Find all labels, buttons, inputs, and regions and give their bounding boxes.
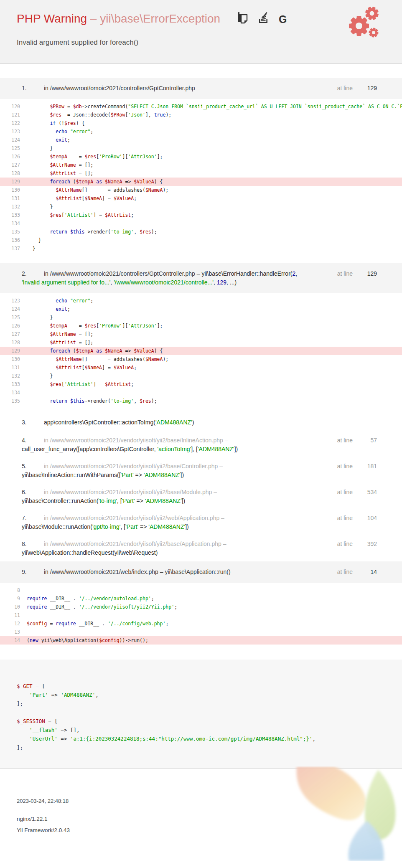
code-token: ; [131, 212, 134, 218]
code-token: return [50, 229, 67, 235]
code-token [17, 736, 29, 742]
code-token: 129 [217, 279, 226, 286]
code-token: "error" [70, 298, 90, 304]
line-number-gutter: 132 [0, 372, 27, 380]
line-number-gutter: 125 [0, 313, 27, 322]
code-line: 130 $AttrName[] = addslashes($NameA); [0, 355, 402, 363]
stack-frame-2[interactable]: 2.in /www/wwwroot/omoic2021/controllers/… [0, 263, 402, 293]
line-number-gutter: 128 [0, 338, 27, 347]
code-token: $ValueA [134, 348, 154, 354]
code-token: $AttrList [50, 340, 76, 345]
code-token: foreach [50, 348, 70, 354]
code-line: 132 } [0, 372, 402, 380]
code-token [27, 323, 50, 329]
frame-file-path: in /www/wwwroot/omoic2021/web/index.php … [44, 569, 231, 575]
line-number-gutter: 135 [0, 228, 27, 236]
code-token: } [27, 315, 53, 320]
code-token: true [154, 112, 166, 118]
line-number-gutter: 135 [0, 397, 27, 405]
line-number-gutter: 10 [0, 603, 27, 611]
at-line: at line104 [337, 514, 377, 523]
code-token: ) { [76, 120, 85, 126]
stack-frame-6[interactable]: 6.in /www/wwwroot/omoic2021/vendor/yiiso… [0, 484, 402, 510]
error-type: PHP Warning [17, 12, 87, 25]
code-token: 'ADM488ANZ' [198, 446, 234, 452]
frame-file-path: in /www/wwwroot/omoic2021/vendor/yiisoft… [44, 437, 228, 444]
code-token: ], [ [191, 446, 198, 452]
code-line: 10require __DIR__ . '/../vendor/yiisoft/… [0, 603, 402, 611]
code-token [27, 229, 50, 235]
code-token: __DIR__ . [47, 604, 79, 610]
code-token [27, 365, 56, 371]
code-line: 125 } [0, 313, 402, 322]
code-token: ]; [157, 154, 163, 160]
page-footer: 2023-03-24, 22:48:18 nginx/1.22.1Yii Fra… [0, 768, 402, 863]
error-line: 14(new yii\web\Application($config))->ru… [0, 636, 402, 645]
code-token [27, 331, 50, 337]
code-token: yii\web\Application( [38, 637, 99, 643]
at-line-label: at line [337, 85, 353, 91]
stack-frame-8[interactable]: 8.in /www/wwwroot/omoic2021/vendor/yiiso… [0, 536, 402, 561]
code-token: require [27, 604, 47, 610]
code-token: 'to-img' [99, 497, 117, 504]
code-block: 89require __DIR__ . '/../vendor/autoload… [0, 583, 402, 647]
code-token: 'a:1:{i:20230324224818;s:44:"http://www.… [70, 736, 312, 742]
line-number-gutter: 130 [0, 186, 27, 194]
code-token: ); [151, 229, 157, 235]
frame-index: 6. [22, 488, 44, 497]
stack-frame-3[interactable]: 3.app\controllers\GptController::actionT… [0, 413, 402, 432]
code-token: , ...) [226, 279, 237, 286]
code-token: $NameA [145, 356, 163, 362]
code-token [27, 212, 50, 218]
code-line: 12$config = require __DIR__ . '/../confi… [0, 619, 402, 628]
code-token: => [48, 692, 61, 698]
code-token: "SELECT C.Json FROM `snsii_product_cache… [128, 104, 402, 109]
google-icon[interactable]: G [279, 14, 287, 25]
code-token: = []; [76, 331, 94, 337]
code-token: ->createCommand( [82, 104, 128, 109]
code-token: => [135, 497, 145, 504]
stack-frame-7[interactable]: 7.in /www/wwwroot/omoic2021/vendor/yiiso… [0, 510, 402, 536]
code-token: $this [70, 398, 85, 404]
code-token: $NameA [85, 365, 102, 371]
code-token: $NameA [105, 179, 122, 185]
code-token: ( [27, 637, 30, 643]
code-line: 137 } [0, 244, 402, 253]
code-token: 'ProRow' [99, 323, 122, 329]
spacer [0, 256, 402, 263]
code-token [27, 137, 56, 143]
stack-frame-1[interactable]: 1.in /www/wwwroot/omoic2021/controllers/… [0, 78, 402, 99]
line-number: 534 [365, 488, 377, 497]
code-token: ]; [17, 700, 23, 707]
stack-frame-9[interactable]: 9.in /www/wwwroot/omoic2021/web/index.ph… [0, 561, 402, 583]
request-line: '__flash' => [], [17, 726, 385, 734]
code-token: 'ADM488ANZ' [148, 523, 185, 530]
line-number-gutter: 136 [0, 236, 27, 244]
copy-to-clipboard-icon[interactable] [237, 11, 248, 27]
frame-call: yii\base\Controller::runAction('to-img',… [22, 497, 185, 504]
stack-frame-5[interactable]: 5.in /www/wwwroot/omoic2021/vendor/yiiso… [0, 458, 402, 484]
stack-frame-4[interactable]: 4.in /www/wwwroot/omoic2021/vendor/yiiso… [0, 432, 402, 458]
code-token: [ [61, 212, 64, 218]
code-token: $res [50, 381, 61, 387]
frame-index: 8. [22, 540, 44, 548]
code-line: 131 $AttrList[$NameA] = $ValueA; [0, 363, 402, 372]
stackoverflow-icon[interactable] [258, 11, 269, 27]
error-page: PHP Warning – yii\base\ErrorException [0, 0, 402, 868]
code-token: $res [50, 212, 61, 218]
code-token: require [27, 596, 47, 602]
code-token: $this [70, 229, 85, 235]
code-token: $AttrName [50, 331, 76, 337]
code-line: 123 echo "error"; [0, 297, 402, 305]
code-token: return [50, 398, 67, 404]
code-token: = []; [76, 170, 94, 176]
at-line-label: at line [337, 437, 353, 444]
code-token: $ValueA [134, 179, 154, 185]
code-token: } [27, 246, 36, 251]
code-token: $AttrName [50, 162, 76, 168]
code-token: $AttrList [105, 212, 131, 218]
at-line-label: at line [337, 270, 353, 277]
request-dump: $_GET = [ 'Part' => 'ADM488ANZ',];$_SESS… [0, 660, 402, 768]
code-token [27, 306, 56, 312]
code-token: '__flash' [29, 727, 58, 733]
